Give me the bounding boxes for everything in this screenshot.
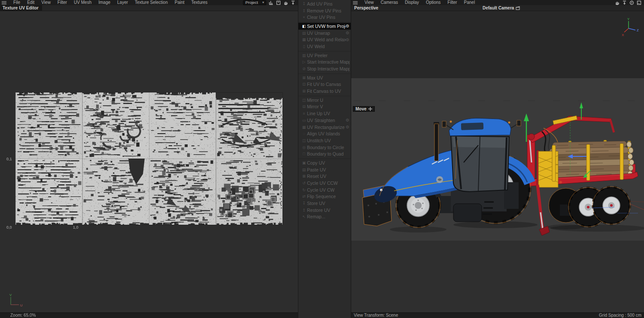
- cmd-label: Fit UV to Canvas: [307, 82, 349, 87]
- pan-hand-icon[interactable]: [614, 0, 620, 5]
- 3d-viewport[interactable]: Move Y Z X: [351, 11, 644, 312]
- menu-item-uv-mesh[interactable]: UV Mesh: [70, 0, 95, 5]
- orbit-icon[interactable]: [629, 0, 634, 5]
- menu-item-filter[interactable]: Filter: [54, 0, 70, 5]
- cmd-label: Clear UV Pins: [307, 15, 349, 20]
- cmd-label: Paste UV: [307, 167, 349, 172]
- cmd-label: Align UV Islands: [307, 131, 349, 136]
- cmd-set-uvw-from-projection[interactable]: ◧Set UVW from Projection⚙: [298, 23, 351, 30]
- reset-icon: ⊠: [301, 174, 307, 178]
- dolly-down-icon[interactable]: [290, 0, 295, 5]
- cmd-uv-rectangularize[interactable]: ▦UV Rectangularize⚙: [298, 124, 351, 131]
- cmd-align-uv-islands[interactable]: ◌Align UV Islands: [298, 130, 351, 137]
- cmd-label: Stop Interactive Mapping: [307, 66, 349, 71]
- line-up-icon: ≡: [301, 111, 307, 116]
- cmd-flip-sequence[interactable]: ⇄Flip Sequence: [298, 193, 351, 200]
- gear-icon[interactable]: ⚙: [346, 125, 349, 129]
- uv-canvas-area[interactable]: 0,1 0,0 1,0 V U: [0, 11, 298, 312]
- boundary-circle-icon: ◎: [301, 145, 307, 150]
- cmd-uv-unwrap[interactable]: ▤UV Unwrap⚙: [298, 30, 351, 37]
- gizmo-x-label: X: [622, 33, 624, 37]
- cmd-label: UV Straighten: [307, 118, 346, 123]
- project-dropdown[interactable]: Project ▾: [243, 0, 266, 5]
- cmd-label: Remap...: [307, 214, 349, 219]
- mirror-u-icon: ◫: [301, 98, 307, 102]
- maximize-view-icon[interactable]: [636, 0, 641, 5]
- cmd-fit-canvas-to-uv[interactable]: ⊞Fit Canvas to UV: [298, 88, 351, 95]
- pan-hand-icon[interactable]: [283, 0, 288, 5]
- uv-editor-tabstrip: Texture UV Editor: [0, 5, 298, 11]
- cmd-store-uv[interactable]: ↧Store UV: [298, 200, 351, 207]
- play-icon: ▷: [301, 60, 307, 64]
- cmd-restore-uv[interactable]: ↥Restore UV: [298, 207, 351, 214]
- cmd-fit-uv-to-canvas[interactable]: ⊡Fit UV to Canvas: [298, 81, 351, 88]
- gear-icon[interactable]: ⚙: [346, 118, 349, 122]
- cmd-cycle-uv-ccw[interactable]: ↺Cycle UV CCW: [298, 180, 351, 187]
- uv-axis-gizmo: V U: [3, 293, 25, 309]
- cmd-clear-uv-pins[interactable]: ×Clear UV Pins: [298, 14, 351, 21]
- dolly-down-icon[interactable]: [622, 0, 627, 5]
- cmd-start-interactive-mapping[interactable]: ▷Start Interactive Mapping: [298, 59, 351, 66]
- tab-texture-uv-editor[interactable]: Texture UV Editor: [0, 5, 42, 11]
- remap-icon: ↖: [301, 214, 307, 219]
- log-stack: [547, 141, 634, 178]
- trailer-wheels: [568, 187, 630, 227]
- uv-label-1-0: 1,0: [73, 225, 79, 229]
- menu-item-edit[interactable]: Edit: [24, 0, 38, 5]
- menu-item-panel[interactable]: Panel: [461, 0, 479, 5]
- cmd-label: Cycle UV CW: [307, 187, 349, 193]
- menu-item-cameras[interactable]: Cameras: [377, 0, 402, 5]
- cmd-remove-uv-pins[interactable]: ↥Remove UV Pins: [298, 7, 351, 14]
- cmd-mirror-u[interactable]: ◫Mirror U: [298, 97, 351, 104]
- camera-selector[interactable]: Default Camera: [483, 5, 520, 11]
- peeler-icon: ▥: [301, 53, 307, 58]
- histogram-icon[interactable]: [268, 0, 273, 5]
- max-uv-icon: ⊠: [301, 76, 307, 80]
- cmd-paste-uv[interactable]: ▤Paste UV: [298, 166, 351, 173]
- cmd-add-uv-pins[interactable]: ↧Add UV Pins: [298, 0, 351, 7]
- cmd-uv-peeler[interactable]: ▥UV Peeler: [298, 52, 351, 59]
- uv-canvas[interactable]: [0, 11, 298, 312]
- menu-item-layer[interactable]: Layer: [114, 0, 131, 5]
- menu-item-textures[interactable]: Textures: [188, 0, 211, 5]
- cmd-label: UV Unwrap: [307, 31, 346, 36]
- menu-item-paint[interactable]: Paint: [171, 0, 188, 5]
- clear-x-icon: ×: [301, 15, 307, 19]
- cmd-cycle-uv-cw[interactable]: ↻Cycle UV CW: [298, 187, 351, 193]
- cmd-uv-straighten[interactable]: ▭UV Straighten⚙: [298, 117, 351, 124]
- cmd-label: Boundary to Quad: [307, 151, 349, 156]
- boundary-quad-icon: □: [301, 152, 307, 156]
- cmd-stop-interactive-mapping[interactable]: ⊘Stop Interactive Mapping: [298, 65, 351, 72]
- tractor-front-wheel: [396, 183, 440, 228]
- menu-item-texture-selection[interactable]: Texture Selection: [131, 0, 171, 5]
- gear-icon[interactable]: ⚙: [346, 24, 349, 28]
- cmd-remap[interactable]: ↖Remap...: [298, 214, 351, 220]
- uv-axis-u-label: U: [20, 303, 23, 307]
- cmd-reset-uv[interactable]: ⊠Reset UV: [298, 173, 351, 180]
- cmd-label: Reset UV: [307, 174, 349, 179]
- camera-icon: [516, 6, 520, 10]
- menu-item-image[interactable]: Image: [95, 0, 114, 5]
- cmd-mirror-v[interactable]: ⊟Mirror V: [298, 104, 351, 110]
- cmd-boundary-to-quad[interactable]: □Boundary to Quad: [298, 150, 351, 157]
- cmd-line-up-uv[interactable]: ≡Line Up UV: [298, 110, 351, 117]
- paste-icon: ▤: [301, 168, 307, 172]
- gear-icon[interactable]: ⚙: [346, 37, 349, 42]
- fit-canvas-uv-icon: ⊞: [301, 89, 307, 93]
- menu-item-view[interactable]: View: [38, 0, 54, 5]
- menu-item-options[interactable]: Options: [422, 0, 444, 5]
- cmd-unstitch-uv[interactable]: ◫Unstitch UV: [298, 137, 351, 144]
- cmd-boundary-to-circle[interactable]: ◎Boundary to Circle: [298, 144, 351, 151]
- menu-icon[interactable]: [2, 1, 6, 4]
- cmd-uv-weld-and-relax[interactable]: ▦UV Weld and Relax⚙: [298, 36, 351, 43]
- menu-item-view[interactable]: View: [361, 0, 377, 5]
- menu-item-file[interactable]: File: [10, 0, 24, 5]
- cmd-max-uv[interactable]: ⊠Max UV: [298, 74, 351, 81]
- snap-box-icon[interactable]: [276, 0, 281, 5]
- cmd-copy-uv[interactable]: ▣Copy UV: [298, 159, 351, 166]
- gear-icon[interactable]: ⚙: [346, 31, 349, 35]
- cmd-uv-weld[interactable]: ▯UV Weld: [298, 43, 351, 50]
- menu-icon[interactable]: [353, 1, 358, 4]
- menu-item-display[interactable]: Display: [401, 0, 422, 5]
- menu-item-filter[interactable]: Filter: [444, 0, 460, 5]
